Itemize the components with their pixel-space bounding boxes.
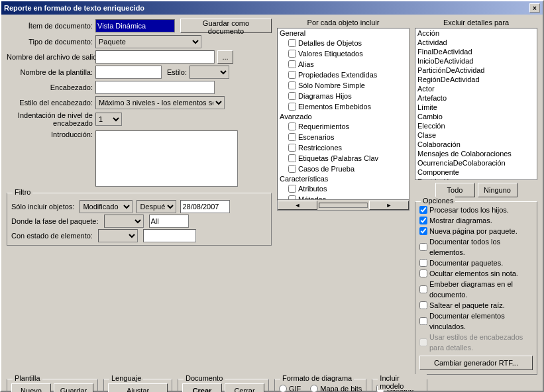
opt-4[interactable]: Documentar paquetes. [419,258,533,268]
exclude-item-3[interactable]: InicioDeActividad [415,56,537,66]
include-check-5[interactable] [288,92,296,100]
include-item-9[interactable]: Restricciones [288,142,409,153]
exclude-item-14[interactable]: OcurrenciaDeColaboración [415,158,537,168]
exclude-item-0[interactable]: Acción [415,28,537,38]
opt-check-8[interactable] [419,317,427,325]
include-item-11[interactable]: Casos de Prueba [288,164,409,174]
opt-8[interactable]: Documentar elementos vinculados. [419,311,533,332]
opt-6[interactable]: Embeber diagramas en el documento. [419,279,533,300]
include-item-7[interactable]: Requerimientos [288,121,409,132]
include-check-1[interactable] [288,50,296,58]
exclude-item-10[interactable]: Elección [415,121,537,130]
include-check-12[interactable] [288,185,296,193]
phase-select[interactable] [104,215,144,228]
mapa-radio[interactable] [310,385,318,392]
output-file-label: Nombre del archivo de salida: [7,53,93,61]
nuevo-button[interactable]: Nuevo [11,383,51,392]
opt-check-0[interactable] [419,206,427,214]
include-check-13[interactable] [288,195,296,200]
exclude-item-5[interactable]: RegiónDeActividad [415,75,537,84]
template-name-input[interactable] [95,66,162,79]
include-item-5[interactable]: Diagramas Hijos [288,91,409,101]
opt-check-2[interactable] [419,227,427,235]
include-check-10[interactable] [288,154,296,162]
crear-button[interactable]: Crear [182,383,222,392]
include-item-8[interactable]: Escenarios [288,132,409,142]
style-label: Estilo: [167,68,187,76]
opt-check-1[interactable] [419,217,427,224]
close-button[interactable]: × [529,3,540,13]
include-check-3[interactable] [288,71,296,79]
opt-5[interactable]: Ocultar elementos sin nota. [419,268,533,279]
exclude-item-6[interactable]: Actor [415,84,537,93]
include-item-13[interactable]: Métodos [288,194,409,200]
include-check-4[interactable] [288,81,296,89]
intro-textarea[interactable] [95,130,238,187]
include-item-1[interactable]: Valores Etiquetados [288,48,409,59]
opt-3[interactable]: Documentar todos los elementos. [419,236,533,258]
exclude-item-15[interactable]: Componente [415,168,537,177]
include-item-12[interactable]: Atributos [288,183,409,194]
include-check-11[interactable] [288,165,296,173]
exclude-item-1[interactable]: Actividad [415,38,537,47]
include-item-4[interactable]: Sólo Nombre Simple [288,80,409,91]
exclude-item-7[interactable]: Artefacto [415,93,537,103]
style-select[interactable] [190,66,229,79]
opt-check-7[interactable] [419,301,427,309]
hscroll-left[interactable]: ◄ [278,201,317,210]
title-text: Reporte en formato de texto enriquecido [4,4,144,12]
header-label: Encabezado: [7,83,93,91]
include-check-2[interactable] [288,60,296,68]
item-input[interactable] [95,19,175,32]
include-check-8[interactable] [288,133,296,141]
include-item-0[interactable]: Detalles de Objetos [288,38,409,48]
all-button[interactable]: Todo [435,183,475,197]
opt-7[interactable]: Saltear el paquete raíz. [419,300,533,311]
browse-button[interactable]: ... [217,50,233,64]
exclude-item-4[interactable]: ParticiónDeActividad [415,66,537,75]
gif-radio[interactable] [279,385,287,392]
cerrar-button[interactable]: Cerrar [225,383,264,392]
state-value-input[interactable] [143,229,196,242]
exclude-item-9[interactable]: Cambio [415,112,537,121]
exclude-item-12[interactable]: Colaboración [415,140,537,149]
header-style-select[interactable]: Máximo 3 niveles - los elementos son H [95,96,225,109]
opt-check-4[interactable] [419,259,427,267]
date-input[interactable] [180,200,230,213]
phase-all-input[interactable] [149,215,189,228]
include-check-6[interactable] [288,103,296,111]
header-input[interactable] [95,81,215,94]
save-as-doc-button[interactable]: Guardar como documento [180,19,272,33]
exclude-item-16[interactable]: Restricción [415,177,537,180]
exclude-item-13[interactable]: Mensajes de Colaboraciones [415,149,537,158]
exclude-item-11[interactable]: Clase [415,130,537,140]
gif-row[interactable]: GIF Mapa de bits [279,383,362,392]
include-hscroll[interactable]: ◄ ► [277,200,409,211]
indent-select[interactable]: 1 [95,113,122,126]
opt-2[interactable]: Nueva página por paquete. [419,226,533,236]
include-item-10[interactable]: Etiquetas (Palabras Clav [288,153,409,164]
opt-1[interactable]: Mostrar diagramas. [419,215,533,226]
doc-type-select[interactable]: Paquete [95,35,201,48]
after-select[interactable]: Después [136,200,176,213]
only-include-select[interactable]: Modificado [80,200,133,213]
ajustar-button[interactable]: Ajustar [108,383,168,392]
gen-rtf-button[interactable]: Cambiar generador RTF... [419,356,533,370]
exclude-item-8[interactable]: Límite [415,103,537,112]
include-item-2[interactable]: Alias [288,59,409,70]
opt-check-5[interactable] [419,270,427,277]
include-item-3[interactable]: Propiedades Extendidas [288,70,409,80]
guardar-button[interactable]: Guardar [54,383,93,392]
opt-check-3[interactable] [419,243,427,251]
output-file-input[interactable] [95,50,215,64]
none-button[interactable]: Ninguno [478,183,517,197]
include-item-6[interactable]: Elementos Embebidos [288,101,409,112]
include-check-7[interactable] [288,122,296,130]
hscroll-right[interactable]: ► [369,201,409,210]
opt-0[interactable]: Procesar todos los hijos. [419,205,533,215]
exclude-item-2[interactable]: FinalDeActividad [415,47,537,56]
include-check-9[interactable] [288,144,296,152]
state-select[interactable] [98,229,138,242]
include-check-0[interactable] [288,39,296,47]
opt-check-6[interactable] [419,285,427,293]
